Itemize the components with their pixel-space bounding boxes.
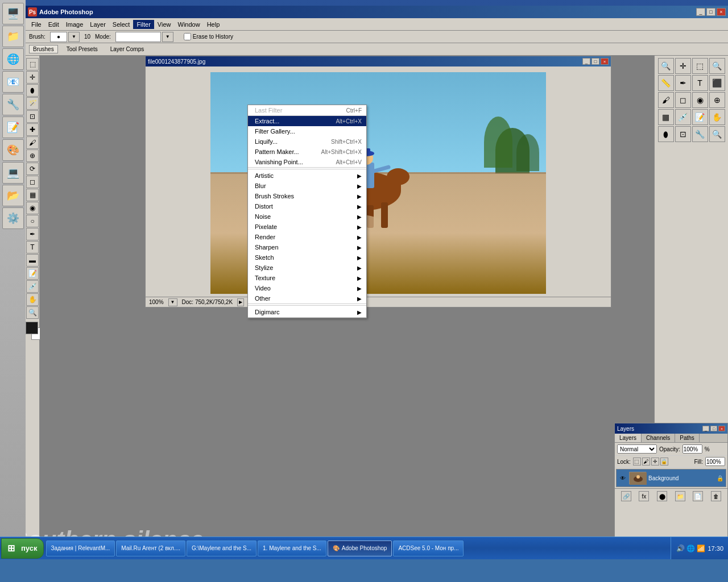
filter-pattern-maker[interactable]: Pattern Maker... Alt+Shift+Ctrl+X xyxy=(248,147,366,157)
filter-sketch[interactable]: Sketch ▶ xyxy=(248,252,366,263)
filter-render[interactable]: Render ▶ xyxy=(248,232,366,242)
layers-minimize-btn[interactable]: _ xyxy=(702,426,709,431)
filter-last-filter[interactable]: Last Filter Ctrl+F xyxy=(248,105,366,115)
layers-blend-mode[interactable]: Normal xyxy=(617,444,657,454)
right-tool-btn-18[interactable]: ⊡ xyxy=(675,126,691,142)
doc-info-arrow[interactable]: ▶ xyxy=(237,298,244,306)
filter-stylize[interactable]: Stylize ▶ xyxy=(248,263,366,273)
tab-brushes[interactable]: Brushes xyxy=(29,45,58,53)
right-tool-btn-6[interactable]: ✒ xyxy=(675,75,691,91)
right-tool-btn-8[interactable]: ⬛ xyxy=(709,75,725,91)
taskbar-item-2[interactable]: Mail.Ru Агент (2 вкл.... xyxy=(116,541,185,556)
right-tool-btn-13[interactable]: ▦ xyxy=(658,109,674,125)
tool-history[interactable]: ⟳ xyxy=(26,163,39,175)
filter-sharpen[interactable]: Sharpen ▶ xyxy=(248,242,366,252)
systray-network-icon[interactable]: 🌐 xyxy=(686,544,695,553)
tool-hand[interactable]: ✋ xyxy=(26,293,39,306)
lock-image-btn[interactable]: 🖌 xyxy=(642,458,650,465)
taskbar-item-1[interactable]: Задания | RelevantM... xyxy=(46,541,115,556)
tool-move[interactable]: ✛ xyxy=(26,71,39,84)
sidebar-icon-4[interactable]: 📧 xyxy=(2,71,24,93)
erase-to-history-checkbox[interactable] xyxy=(184,33,191,40)
tab-paths[interactable]: Paths xyxy=(675,434,700,442)
right-tool-btn-2[interactable]: ✛ xyxy=(675,58,691,74)
tool-pen[interactable]: ✒ xyxy=(26,228,39,240)
right-tool-btn-1[interactable]: 🔍 xyxy=(658,58,674,74)
right-tool-btn-12[interactable]: ⊕ xyxy=(709,92,725,108)
filter-other[interactable]: Other ▶ xyxy=(248,293,366,304)
tool-clone[interactable]: ⊕ xyxy=(26,149,39,162)
tool-blur[interactable]: ◉ xyxy=(26,202,39,214)
sidebar-icon-1[interactable]: 🖥️ xyxy=(2,3,24,24)
menu-select[interactable]: Select xyxy=(109,20,134,29)
taskbar-item-5[interactable]: 🎨 Adobe Photoshop xyxy=(328,541,392,556)
foreground-color-swatch[interactable] xyxy=(26,322,38,334)
filter-texture[interactable]: Texture ▶ xyxy=(248,273,366,283)
right-tool-btn-9[interactable]: 🖌 xyxy=(658,92,674,108)
filter-pixelate[interactable]: Pixelate ▶ xyxy=(248,222,366,232)
sidebar-icon-9[interactable]: 📂 xyxy=(2,185,24,206)
minimize-button[interactable]: _ xyxy=(696,8,705,16)
right-tool-btn-11[interactable]: ◉ xyxy=(692,92,708,108)
right-tool-btn-20[interactable]: 🔍 xyxy=(709,126,725,142)
right-tool-btn-7[interactable]: T xyxy=(692,75,708,91)
menu-image[interactable]: Image xyxy=(63,20,87,29)
sidebar-icon-6[interactable]: 📝 xyxy=(2,117,24,138)
sidebar-icon-7[interactable]: 🎨 xyxy=(2,139,24,161)
filter-liquify[interactable]: Liquify... Shift+Ctrl+X xyxy=(248,136,366,147)
sidebar-icon-3[interactable]: 🌐 xyxy=(2,48,24,70)
tab-layer-comps[interactable]: Layer Comps xyxy=(106,45,148,53)
tool-notes[interactable]: 📝 xyxy=(26,267,39,280)
tab-layers[interactable]: Layers xyxy=(615,434,642,442)
menu-edit[interactable]: Edit xyxy=(45,20,63,29)
filter-digimarc[interactable]: Digimarc ▶ xyxy=(248,307,366,317)
filter-vanishing-point[interactable]: Vanishing Point... Alt+Ctrl+V xyxy=(248,157,366,167)
tool-crop[interactable]: ⊡ xyxy=(26,110,39,123)
image-close-btn[interactable]: × xyxy=(601,58,609,65)
right-tool-btn-15[interactable]: 📝 xyxy=(692,109,708,125)
tool-marquee[interactable]: ⬚ xyxy=(26,58,39,70)
image-maximize-btn[interactable]: □ xyxy=(592,58,599,65)
tool-lasso[interactable]: ⬮ xyxy=(26,84,39,97)
lock-transparent-btn[interactable]: ⬚ xyxy=(633,458,641,465)
systray-wifi-icon[interactable]: 📶 xyxy=(696,544,705,553)
menu-window[interactable]: Window xyxy=(175,20,204,29)
taskbar-item-4[interactable]: 1. Maylene and the S... xyxy=(258,541,326,556)
tool-heal[interactable]: ✚ xyxy=(26,123,39,136)
tool-eraser[interactable]: ◻ xyxy=(26,176,39,188)
filter-blur[interactable]: Blur ▶ xyxy=(248,181,366,191)
mode-dropdown[interactable]: ▼ xyxy=(162,32,173,42)
filter-video[interactable]: Video ▶ xyxy=(248,283,366,293)
close-button[interactable]: × xyxy=(717,8,726,16)
lock-all-btn[interactable]: 🔒 xyxy=(660,458,668,465)
tool-gradient[interactable]: ▦ xyxy=(26,189,39,201)
taskbar-item-6[interactable]: ACDSee 5.0 - Мон пр... xyxy=(393,541,464,556)
maximize-button[interactable]: □ xyxy=(706,8,715,16)
tool-type[interactable]: T xyxy=(26,241,39,253)
menu-layer[interactable]: Layer xyxy=(86,20,109,29)
right-tool-btn-19[interactable]: 🔧 xyxy=(692,126,708,142)
menu-help[interactable]: Help xyxy=(204,20,224,29)
right-tool-btn-5[interactable]: 📏 xyxy=(658,75,674,91)
filter-gallery[interactable]: Filter Gallery... xyxy=(248,126,366,136)
right-tool-btn-3[interactable]: ⬚ xyxy=(692,58,708,74)
filter-artistic[interactable]: Artistic ▶ xyxy=(248,171,366,181)
brush-preview[interactable]: ● xyxy=(50,32,67,42)
layer-background-row[interactable]: 👁 Background 🔒 xyxy=(616,469,726,487)
right-tool-btn-10[interactable]: ◻ xyxy=(675,92,691,108)
start-button[interactable]: ⊞ пуск xyxy=(1,538,44,559)
mode-display[interactable] xyxy=(115,32,161,42)
menu-view[interactable]: View xyxy=(154,20,175,29)
lock-position-btn[interactable]: ✛ xyxy=(651,458,659,465)
brush-dropdown[interactable]: ▼ xyxy=(68,32,80,42)
tab-channels[interactable]: Channels xyxy=(642,434,675,442)
sidebar-icon-5[interactable]: 🔧 xyxy=(2,94,24,115)
sidebar-icon-8[interactable]: 💻 xyxy=(2,162,24,184)
filter-distort[interactable]: Distort ▶ xyxy=(248,201,366,211)
right-tool-btn-17[interactable]: ⬮ xyxy=(658,126,674,142)
sidebar-icon-2[interactable]: 📁 xyxy=(2,26,24,47)
filter-noise[interactable]: Noise ▶ xyxy=(248,211,366,222)
tab-tool-presets[interactable]: Tool Presets xyxy=(63,45,102,53)
tool-brush[interactable]: 🖌 xyxy=(26,136,39,149)
tool-eyedropper[interactable]: 💉 xyxy=(26,280,39,293)
